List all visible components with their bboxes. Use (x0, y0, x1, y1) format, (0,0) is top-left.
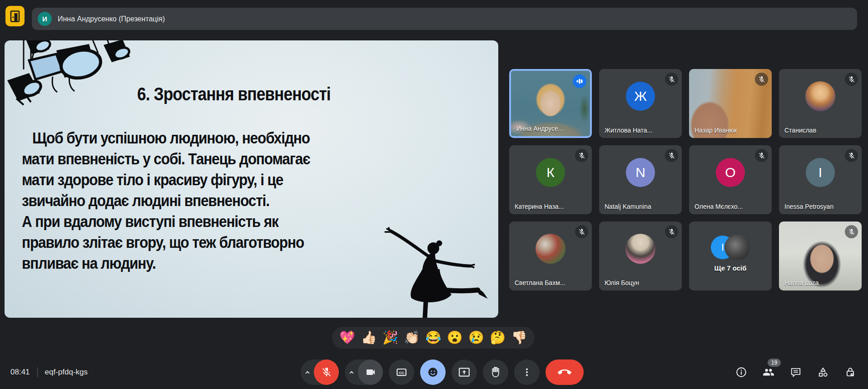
participant-tile[interactable]: NNatalj Kamunina (599, 145, 682, 214)
captions-button[interactable]: CC (389, 359, 414, 385)
mic-muted-badge (845, 225, 858, 238)
participant-initial-avatar: Ж (626, 82, 655, 111)
camera-toggle-button[interactable] (358, 359, 383, 385)
host-controls-button[interactable] (844, 366, 856, 378)
mic-muted-badge (665, 225, 678, 238)
camera-options-chevron[interactable] (345, 368, 358, 377)
activities-button[interactable] (817, 366, 829, 378)
participant-name: Юлія Боцун (605, 279, 639, 286)
participant-tile[interactable]: Инна Андрусе... (509, 69, 592, 138)
slide-body-text: Щоб бути успішною людиною, необхідно мат… (22, 128, 373, 274)
reaction-emoji-button[interactable]: 😮 (447, 331, 463, 344)
people-button[interactable]: 19 (763, 366, 774, 378)
clock-time: 08:41 (10, 368, 30, 377)
mic-muted-badge (575, 225, 588, 238)
participant-photo-avatar (536, 234, 565, 264)
door-icon (10, 10, 20, 23)
reaction-emoji-button[interactable]: 😢 (468, 331, 484, 344)
mic-muted-badge (575, 149, 588, 162)
more-vert-icon (521, 367, 532, 378)
meeting-details-button[interactable] (735, 366, 747, 378)
overflow-photo-avatar (724, 235, 750, 260)
participant-initial-avatar: I (806, 158, 835, 187)
mic-muted-badge (845, 73, 858, 86)
activities-icon (817, 366, 829, 378)
participant-tile[interactable]: ККатерина Наза... (509, 145, 592, 214)
raise-hand-button[interactable] (483, 359, 508, 385)
call-controls: CC (301, 359, 584, 385)
divider (37, 367, 38, 377)
present-icon (458, 366, 470, 378)
mic-muted-badge (665, 149, 678, 162)
participant-tile[interactable]: Hanna Loza (779, 222, 862, 291)
participant-tile[interactable]: ЖЖитлова Ната... (599, 69, 682, 138)
participant-name: Станислав (784, 127, 816, 134)
end-call-button[interactable] (546, 359, 584, 385)
presenter-label: Инна Андрусенко (Презентація) (58, 15, 165, 23)
info-icon (735, 366, 747, 378)
reaction-emoji-button[interactable]: 🤔 (490, 331, 506, 344)
lock-icon (844, 366, 856, 378)
call-end-icon (558, 365, 571, 379)
participant-tile[interactable]: Назар Иванюк (689, 69, 772, 138)
meeting-meta: 08:41 eqf-pfdq-kgs (10, 359, 88, 385)
reaction-emoji-button[interactable]: 😂 (425, 331, 441, 344)
chat-button[interactable] (790, 366, 802, 378)
participant-photo-avatar (625, 234, 655, 264)
mic-muted-badge (755, 149, 768, 162)
mic-toggle-button[interactable] (314, 359, 339, 385)
meeting-code: eqf-pfdq-kgs (45, 368, 88, 377)
participant-tile[interactable]: IInessa Petrosyan (779, 145, 862, 214)
ballerina-silhouette (375, 222, 489, 318)
participant-name: Катерина Наза... (515, 203, 564, 210)
participant-tile[interactable]: Светлана Бахм... (509, 222, 592, 291)
participant-initial-avatar: N (626, 158, 655, 187)
participant-name: Житлова Ната... (605, 127, 652, 134)
reaction-emoji-button[interactable]: 🎉 (382, 331, 398, 344)
participant-tile[interactable]: IЩе 7 осіб (689, 222, 772, 291)
reaction-emoji-button[interactable]: 💖 (339, 331, 355, 344)
participant-name: Inessa Petrosyan (784, 203, 833, 210)
mic-muted-badge (755, 73, 768, 86)
meet-app-badge[interactable] (5, 6, 25, 26)
more-options-button[interactable] (514, 359, 540, 385)
participant-photo-avatar (805, 81, 835, 111)
overflow-avatars: I (711, 235, 750, 260)
participant-name: Назар Иванюк (694, 127, 737, 134)
presented-slide: 6. Зростання впевненості Щоб бути успішн… (5, 40, 498, 318)
present-screen-button[interactable] (451, 359, 477, 385)
camera-icon (365, 367, 376, 378)
reaction-emoji-button[interactable]: 👍🏻 (361, 331, 377, 344)
participant-name: Светлана Бахм... (515, 279, 565, 286)
presenting-tile-chip: И Инна Андрусенко (Презентація) (32, 8, 857, 30)
participant-name: Natalj Kamunina (605, 203, 651, 210)
participant-name: Олена Мєлєхо... (694, 203, 743, 210)
cc-icon: CC (396, 366, 407, 378)
reaction-emoji-button[interactable]: 👏🏻 (404, 331, 420, 344)
svg-text:CC: CC (399, 371, 404, 375)
audio-level-indicator (573, 74, 586, 88)
stage-spotlights-illustration (5, 40, 139, 117)
participant-name: Ще 7 осіб (689, 264, 772, 272)
presenter-avatar: И (38, 12, 52, 26)
participant-tile[interactable]: ООлена Мєлєхо... (689, 145, 772, 214)
participant-name: Hanna Loza (784, 279, 819, 286)
participant-initial-avatar: К (536, 158, 565, 187)
slide-title: 6. Зростання впевненості (137, 84, 331, 104)
reaction-emoji-button[interactable]: 👎🏻 (511, 331, 527, 344)
mic-muted-badge (845, 149, 858, 162)
chat-icon (790, 366, 802, 378)
mic-muted-badge (665, 73, 678, 86)
participants-grid: Инна Андрусе...ЖЖитлова Ната...Назар Ива… (509, 69, 862, 291)
people-icon (763, 366, 774, 378)
smiley-icon (427, 366, 439, 379)
participant-tile[interactable]: Юлія Боцун (599, 222, 682, 291)
participant-initial-avatar: О (716, 158, 745, 187)
right-controls: 19 (735, 359, 856, 385)
participant-tile[interactable]: Станислав (779, 69, 862, 138)
mic-options-chevron[interactable] (301, 368, 314, 377)
reactions-button[interactable] (420, 359, 446, 385)
camera-control-pill (345, 359, 383, 385)
people-count-badge: 19 (768, 359, 781, 367)
participant-name: Инна Андрусе... (516, 125, 563, 132)
